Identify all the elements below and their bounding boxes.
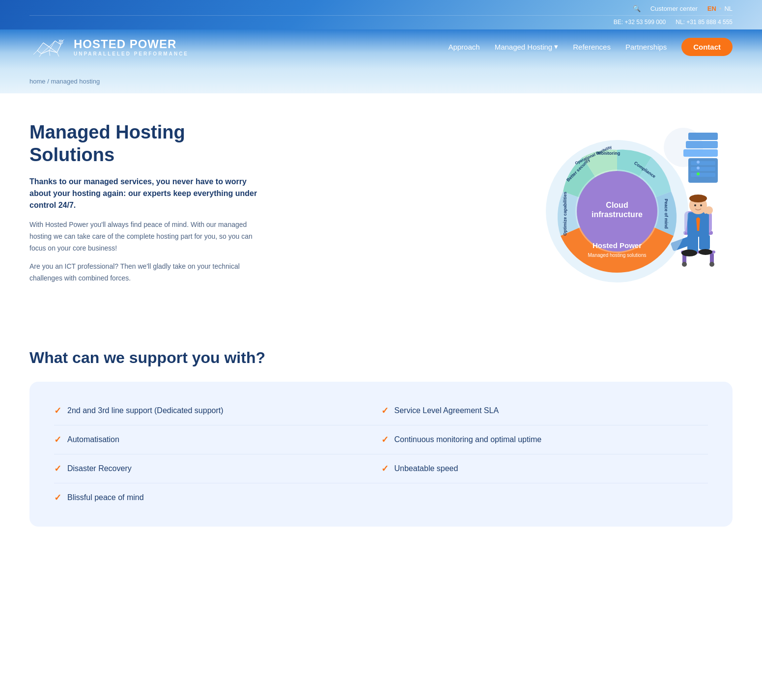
check-icon-5: ✓ bbox=[54, 463, 61, 474]
svg-line-13 bbox=[33, 51, 37, 55]
svg-text:Cloud: Cloud bbox=[606, 201, 628, 209]
support-card: ✓ 2nd and 3rd line support (Dedicated su… bbox=[29, 382, 733, 527]
check-icon-6: ✓ bbox=[381, 463, 389, 474]
svg-rect-48 bbox=[699, 235, 710, 250]
breadcrumb-home[interactable]: home bbox=[29, 78, 46, 85]
svg-point-50 bbox=[681, 250, 697, 256]
logo[interactable]: HOSTED POWER UNPARALLELED PERFORMANCE bbox=[29, 34, 189, 59]
svg-point-39 bbox=[709, 262, 714, 267]
svg-line-16 bbox=[57, 53, 59, 56]
svg-line-15 bbox=[49, 51, 50, 56]
svg-point-38 bbox=[682, 262, 687, 267]
breadcrumb-bar: home / managed hosting bbox=[0, 69, 762, 93]
svg-point-45 bbox=[700, 204, 702, 206]
support-title: What can we support you with? bbox=[29, 349, 733, 367]
lang-sep: • bbox=[719, 5, 722, 12]
support-label-5: Disaster Recovery bbox=[67, 464, 132, 473]
svg-line-14 bbox=[39, 54, 41, 56]
nav-approach[interactable]: Approach bbox=[448, 43, 480, 51]
check-icon-1: ✓ bbox=[54, 405, 61, 416]
svg-rect-27 bbox=[691, 161, 715, 165]
top-bar: 🔍 Customer center EN • NL BE: +32 53 599… bbox=[0, 0, 762, 29]
hero-text: Managed Hosting Solutions Thanks to our … bbox=[29, 121, 265, 291]
phone-be: BE: +32 53 599 000 bbox=[614, 19, 666, 26]
logo-tagline: UNPARALLELED PERFORMANCE bbox=[74, 51, 189, 56]
logo-icon bbox=[29, 34, 69, 59]
hero-body-2: Are you an ICT professional? Then we'll … bbox=[29, 261, 265, 284]
support-label-3: Automatisation bbox=[67, 435, 119, 444]
support-label-2: Service Level Agreement SLA bbox=[395, 406, 499, 415]
breadcrumb-current: managed hosting bbox=[51, 78, 100, 85]
svg-text:infrastructure: infrastructure bbox=[592, 210, 643, 219]
contact-button[interactable]: Contact bbox=[681, 38, 733, 56]
hero-subtitle: Thanks to our managed services, you neve… bbox=[29, 176, 265, 211]
support-section: What can we support you with? ✓ 2nd and … bbox=[0, 324, 762, 556]
phone-nl: NL: +31 85 888 4 555 bbox=[676, 19, 733, 26]
hero-title: Managed Hosting Solutions bbox=[29, 121, 265, 166]
support-label-4: Continuous monitoring and optimal uptime bbox=[395, 435, 542, 444]
check-icon-3: ✓ bbox=[54, 434, 61, 445]
logo-name: HOSTED POWER bbox=[74, 37, 189, 51]
svg-text:Managed hosting solutions: Managed hosting solutions bbox=[588, 252, 647, 258]
cloud-diagram-svg: Cloud infrastructure Better security Mon… bbox=[526, 118, 733, 295]
svg-point-31 bbox=[697, 167, 700, 169]
header-nav: HOSTED POWER UNPARALLELED PERFORMANCE Ap… bbox=[0, 29, 762, 69]
support-label-6: Unbeatable speed bbox=[395, 464, 458, 473]
svg-point-51 bbox=[699, 249, 712, 255]
svg-rect-24 bbox=[686, 141, 718, 148]
support-grid: ✓ 2nd and 3rd line support (Dedicated su… bbox=[54, 396, 708, 512]
check-icon-4: ✓ bbox=[381, 434, 389, 445]
lang-nl[interactable]: NL bbox=[724, 5, 733, 12]
support-item-6: ✓ Unbeatable speed bbox=[381, 454, 708, 483]
breadcrumb-sep: / bbox=[47, 78, 49, 85]
support-item-5: ✓ Disaster Recovery bbox=[54, 454, 381, 483]
svg-point-44 bbox=[694, 204, 696, 206]
check-icon-7: ✓ bbox=[54, 492, 61, 503]
diagram: Cloud infrastructure Better security Mon… bbox=[526, 118, 733, 295]
nav-references[interactable]: References bbox=[573, 43, 611, 51]
nav-partnerships[interactable]: Partnerships bbox=[625, 43, 667, 51]
svg-text:Optimize capabilities: Optimize capabilities bbox=[563, 192, 567, 236]
svg-rect-28 bbox=[691, 167, 715, 171]
support-item-1: ✓ 2nd and 3rd line support (Dedicated su… bbox=[54, 396, 381, 425]
customer-center-link[interactable]: Customer center bbox=[650, 5, 698, 12]
support-item-3: ✓ Automatisation bbox=[54, 425, 381, 454]
search-icon[interactable]: 🔍 bbox=[633, 5, 641, 12]
breadcrumb: home / managed hosting bbox=[29, 78, 100, 85]
svg-point-30 bbox=[697, 161, 700, 164]
support-label-1: 2nd and 3rd line support (Dedicated supp… bbox=[67, 406, 224, 415]
support-item-2: ✓ Service Level Agreement SLA bbox=[381, 396, 708, 425]
svg-rect-29 bbox=[691, 173, 715, 177]
svg-point-32 bbox=[697, 172, 700, 175]
support-item-7: ✓ Blissful peace of mind bbox=[54, 483, 381, 512]
svg-text:Peace of mind: Peace of mind bbox=[664, 198, 669, 228]
support-item-4: ✓ Continuous monitoring and optimal upti… bbox=[381, 425, 708, 454]
nav-managed-hosting[interactable]: Managed Hosting ▾ bbox=[495, 42, 559, 51]
svg-rect-23 bbox=[688, 133, 718, 140]
check-icon-2: ✓ bbox=[381, 405, 389, 416]
lang-en[interactable]: EN bbox=[707, 5, 716, 12]
dropdown-arrow-icon: ▾ bbox=[554, 42, 558, 51]
hero-body-1: With Hosted Power you'll always find pea… bbox=[29, 219, 265, 254]
support-label-7: Blissful peace of mind bbox=[67, 493, 144, 502]
hero-section: Managed Hosting Solutions Thanks to our … bbox=[0, 93, 762, 324]
nav-links: Approach Managed Hosting ▾ References Pa… bbox=[448, 38, 733, 56]
svg-text:Hosted Power: Hosted Power bbox=[593, 241, 642, 250]
svg-rect-25 bbox=[683, 149, 718, 157]
svg-point-43 bbox=[689, 195, 707, 202]
